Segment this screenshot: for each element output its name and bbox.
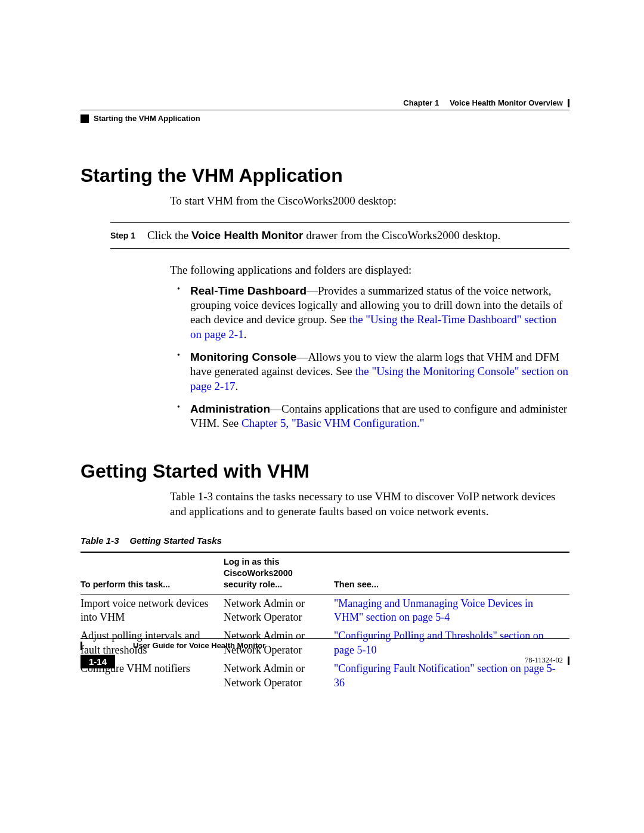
- bullet-list: Real-Time Dashboard—Provides a summarize…: [170, 284, 569, 431]
- footer-bar-icon: [80, 642, 82, 650]
- running-header: Chapter 1 Voice Health Monitor Overview …: [80, 98, 569, 123]
- intro-text: To start VHM from the CiscoWorks2000 des…: [170, 194, 569, 208]
- doc-number: 78-11324-02: [525, 656, 563, 665]
- tasks-table: To perform this task... Log in as this C…: [80, 552, 569, 692]
- table-caption: Table 1-3Getting Started Tasks: [80, 535, 569, 546]
- footer-bar-icon: [568, 657, 569, 665]
- section2-intro: Table 1-3 contains the tasks necessary t…: [170, 490, 569, 519]
- th-task: To perform this task...: [80, 552, 224, 594]
- page-number-badge: 1-14: [80, 655, 115, 668]
- table-row: Import voice network devices into VHM Ne…: [80, 594, 569, 627]
- link-admin[interactable]: Chapter 5, "Basic VHM Configuration.": [242, 417, 424, 429]
- heading-getting-started: Getting Started with VHM: [80, 460, 569, 482]
- chapter-title: Voice Health Monitor Overview: [450, 98, 563, 107]
- step-text: Click the Voice Health Monitor drawer fr…: [147, 229, 500, 242]
- footer-guide: User Guide for Voice Health Monitor: [133, 641, 265, 650]
- th-role: Log in as this CiscoWorks2000 security r…: [224, 552, 334, 594]
- header-bar-icon: [568, 99, 569, 107]
- square-icon: [80, 114, 89, 123]
- page-content: Chapter 1 Voice Health Monitor Overview …: [80, 98, 569, 692]
- heading-starting: Starting the VHM Application: [80, 165, 569, 187]
- link-managing[interactable]: "Managing and Unmanaging Voice Devices i…: [334, 597, 533, 623]
- bullet-item: Monitoring Console—Allows you to view th…: [170, 350, 569, 394]
- th-see: Then see...: [334, 552, 569, 594]
- chapter-number: Chapter 1: [403, 98, 439, 107]
- after-step-text: The following applications and folders a…: [170, 263, 569, 277]
- step-block: Step 1 Click the Voice Health Monitor dr…: [110, 222, 569, 249]
- section-name: Starting the VHM Application: [94, 114, 200, 123]
- step-label: Step 1: [110, 229, 139, 242]
- bullet-item: Administration—Contains applications tha…: [170, 402, 569, 431]
- running-footer: User Guide for Voice Health Monitor 1-14…: [80, 638, 569, 668]
- bullet-item: Real-Time Dashboard—Provides a summarize…: [170, 284, 569, 342]
